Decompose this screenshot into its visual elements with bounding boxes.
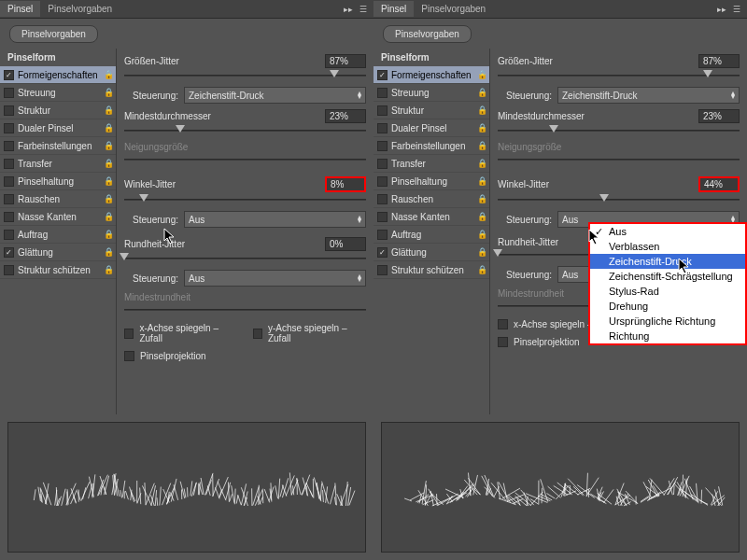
sidebar-item[interactable]: Rauschen🔒 — [0, 190, 116, 208]
lock-icon[interactable]: 🔒 — [476, 87, 487, 98]
sidebar-item[interactable]: Struktur schützen🔒 — [374, 261, 489, 279]
sidebar-item[interactable]: Struktur schützen🔒 — [0, 261, 116, 279]
min-diam-value[interactable]: 23% — [698, 109, 740, 123]
sidebar-item[interactable]: Farbeinstellungen🔒 — [374, 137, 489, 155]
lock-icon[interactable]: 🔒 — [476, 211, 487, 222]
size-control-dropdown[interactable]: Zeichenstift-Druck▴▾ — [557, 87, 740, 104]
sidebar-item[interactable]: Struktur🔒 — [374, 102, 489, 119]
min-diam-value[interactable]: 23% — [325, 109, 366, 123]
checkbox-icon[interactable] — [377, 88, 388, 98]
sidebar-item[interactable]: Formeigenschaften🔒 — [374, 66, 489, 84]
round-control-dropdown[interactable]: Aus▴▾ — [184, 270, 366, 287]
lock-icon[interactable]: 🔒 — [476, 193, 487, 204]
lock-icon[interactable]: 🔒 — [103, 158, 114, 169]
projection-checkbox[interactable] — [124, 351, 134, 361]
sidebar-item[interactable]: Transfer🔒 — [0, 155, 116, 173]
lock-icon[interactable]: 🔒 — [103, 229, 114, 240]
sidebar-item[interactable]: Nasse Kanten🔒 — [0, 208, 116, 226]
checkbox-icon[interactable] — [377, 70, 388, 80]
checkbox-icon[interactable] — [4, 247, 14, 258]
sidebar-item[interactable]: Glättung🔒 — [374, 244, 489, 261]
sidebar-item[interactable]: Farbeinstellungen🔒 — [0, 137, 116, 155]
sidebar-item[interactable]: Streuung🔒 — [374, 84, 489, 102]
size-control-dropdown[interactable]: Zeichenstift-Druck▴▾ — [184, 87, 366, 104]
lock-icon[interactable]: 🔒 — [103, 69, 114, 80]
lock-icon[interactable]: 🔒 — [476, 105, 487, 116]
checkbox-icon[interactable] — [377, 159, 388, 169]
checkbox-icon[interactable] — [377, 105, 388, 116]
menu-item-pen-tilt[interactable]: Zeichenstift-Schrägstellung — [590, 269, 745, 284]
menu-item-direction[interactable]: Richtung — [590, 329, 745, 343]
checkbox-icon[interactable] — [377, 141, 388, 151]
min-diam-slider[interactable] — [124, 125, 366, 136]
checkbox-icon[interactable] — [4, 194, 14, 204]
tab-presets[interactable]: Pinselvorgaben — [40, 1, 120, 17]
lock-icon[interactable]: 🔒 — [103, 264, 114, 275]
sidebar-item[interactable]: Auftrag🔒 — [0, 226, 116, 244]
sidebar-item[interactable]: Rauschen🔒 — [374, 190, 489, 208]
round-jitter-value[interactable]: 0% — [325, 237, 366, 251]
round-jitter-slider[interactable] — [124, 253, 366, 264]
sidebar-item[interactable]: Streuung🔒 — [0, 84, 116, 102]
angle-jitter-slider[interactable] — [498, 194, 740, 205]
menu-item-rotation[interactable]: Drehung — [590, 299, 745, 314]
lock-icon[interactable]: 🔒 — [103, 105, 114, 116]
lock-icon[interactable]: 🔒 — [476, 122, 487, 133]
flip-x-checkbox[interactable] — [124, 329, 134, 339]
collapse-icon[interactable]: ▸▸ — [342, 3, 355, 16]
checkbox-icon[interactable] — [4, 123, 14, 133]
checkbox-icon[interactable] — [4, 70, 14, 80]
checkbox-icon[interactable] — [4, 265, 14, 275]
size-jitter-slider[interactable] — [498, 70, 740, 81]
size-jitter-value[interactable]: 87% — [325, 54, 366, 68]
lock-icon[interactable]: 🔒 — [103, 193, 114, 204]
checkbox-icon[interactable] — [4, 212, 14, 222]
tab-brush[interactable]: Pinsel — [374, 1, 414, 17]
lock-icon[interactable]: 🔒 — [103, 175, 114, 187]
sidebar-item[interactable]: Transfer🔒 — [374, 155, 489, 173]
lock-icon[interactable]: 🔒 — [476, 229, 487, 240]
min-diam-slider[interactable] — [498, 125, 740, 136]
lock-icon[interactable]: 🔒 — [476, 140, 487, 151]
tab-brush[interactable]: Pinsel — [0, 1, 40, 17]
brush-presets-button[interactable]: Pinselvorgaben — [9, 25, 98, 43]
sidebar-item[interactable]: Auftrag🔒 — [374, 226, 489, 244]
checkbox-icon[interactable] — [4, 230, 14, 240]
menu-icon[interactable]: ☰ — [730, 3, 743, 16]
sidebar-item[interactable]: Dualer Pinsel🔒 — [374, 119, 489, 137]
menu-item-initial-direction[interactable]: Ursprüngliche Richtung — [590, 314, 745, 329]
lock-icon[interactable]: 🔒 — [476, 246, 487, 258]
menu-item-stylus-wheel[interactable]: Stylus-Rad — [590, 284, 745, 299]
checkbox-icon[interactable] — [377, 247, 388, 258]
sidebar-item[interactable]: Pinselhaltung🔒 — [0, 173, 116, 190]
lock-icon[interactable]: 🔒 — [476, 264, 487, 275]
lock-icon[interactable]: 🔒 — [103, 211, 114, 222]
checkbox-icon[interactable] — [377, 230, 388, 240]
tab-presets[interactable]: Pinselvorgaben — [414, 1, 493, 17]
angle-jitter-slider[interactable] — [124, 194, 366, 205]
lock-icon[interactable]: 🔒 — [103, 246, 114, 258]
sidebar-item[interactable]: Nasse Kanten🔒 — [374, 208, 489, 226]
projection-checkbox[interactable] — [498, 337, 508, 347]
lock-icon[interactable]: 🔒 — [476, 69, 487, 80]
menu-item-off[interactable]: Aus — [590, 224, 745, 239]
size-jitter-slider[interactable] — [124, 70, 366, 81]
checkbox-icon[interactable] — [4, 88, 14, 98]
menu-icon[interactable]: ☰ — [357, 3, 370, 16]
checkbox-icon[interactable] — [377, 123, 388, 133]
checkbox-icon[interactable] — [377, 176, 388, 187]
checkbox-icon[interactable] — [377, 265, 388, 275]
checkbox-icon[interactable] — [4, 159, 14, 169]
lock-icon[interactable]: 🔒 — [103, 122, 114, 133]
lock-icon[interactable]: 🔒 — [476, 158, 487, 169]
brush-presets-button[interactable]: Pinselvorgaben — [383, 25, 472, 43]
lock-icon[interactable]: 🔒 — [103, 140, 114, 151]
size-jitter-value[interactable]: 87% — [698, 54, 740, 68]
checkbox-icon[interactable] — [377, 194, 388, 204]
sidebar-item[interactable]: Pinselhaltung🔒 — [374, 173, 489, 190]
angle-control-dropdown[interactable]: Aus▴▾ — [184, 211, 366, 228]
lock-icon[interactable]: 🔒 — [476, 175, 487, 187]
checkbox-icon[interactable] — [377, 212, 388, 222]
checkbox-icon[interactable] — [4, 105, 14, 116]
lock-icon[interactable]: 🔒 — [103, 87, 114, 98]
